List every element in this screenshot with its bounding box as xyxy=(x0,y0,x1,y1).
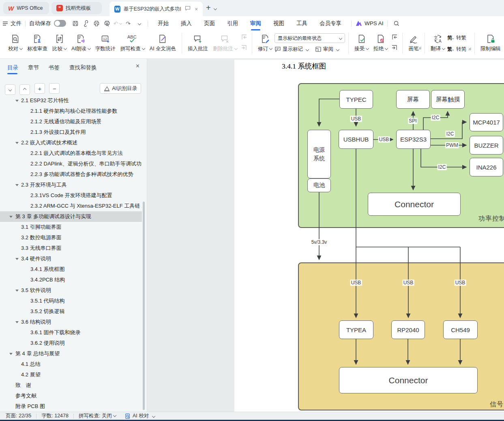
search-icon[interactable] xyxy=(391,19,402,28)
toc-item[interactable]: 2.2.3 多功能调试器整合多种调试技术的优势 xyxy=(0,169,142,180)
sidebar-tab-3[interactable]: 书签 xyxy=(49,64,60,74)
toc-item[interactable]: 3.5.1 代码结构 xyxy=(0,296,142,306)
tab-docer-templates[interactable]: ❞ 找稻壳模板 xyxy=(51,2,102,14)
compare-button[interactable]: 比较 xyxy=(50,30,69,52)
toc-item[interactable]: 致 谢 xyxy=(0,380,142,391)
menu-tab-3[interactable]: 页面 xyxy=(204,16,215,30)
previous-change-icon[interactable] xyxy=(390,34,399,41)
collapse-arrow-icon[interactable] xyxy=(9,216,13,218)
toc-item[interactable]: 2.3.2 ARM-GCC 与 Xtensa-ESP32-ELF 工具链 ... xyxy=(0,201,142,211)
spell-check-status[interactable]: 拼写检查: 关闭 xyxy=(79,412,116,419)
collapse-arrow-icon[interactable] xyxy=(15,321,19,323)
new-tab-chevron-icon[interactable] xyxy=(213,7,217,10)
ai-read-aloud-button[interactable]: AI朗读 xyxy=(69,30,93,52)
toc-item[interactable]: 4.1 总结 xyxy=(0,359,142,369)
accept-button[interactable]: 接受 xyxy=(352,30,371,52)
page-indicator[interactable]: 页面: 22/35 xyxy=(6,412,31,419)
toc-item[interactable]: 3.5.2 切换逻辑 xyxy=(0,306,142,317)
toc-item[interactable]: 3.5 软件说明 xyxy=(0,285,142,296)
toc-item[interactable]: 第 3 章 多功能调试器设计与实现 xyxy=(0,211,142,222)
menu-tab-2[interactable]: 插入 xyxy=(181,16,192,30)
toc-item[interactable]: 2.1.1 硬件架构与核心处理器性能参数 xyxy=(0,106,142,116)
toc-item[interactable]: 4.2 展望 xyxy=(0,369,142,380)
collapse-arrow-icon[interactable] xyxy=(15,142,19,144)
save-icon[interactable] xyxy=(70,19,81,28)
export-pdf-icon[interactable] xyxy=(81,19,91,28)
sidebar-tab-2[interactable]: 章节 xyxy=(28,64,39,74)
collapse-arrow-icon[interactable] xyxy=(15,258,19,260)
wps-ai-menu[interactable]: WPS AI xyxy=(355,20,384,26)
collapse-arrow-icon[interactable] xyxy=(15,184,19,186)
sidebar-tab-4[interactable]: 查找和替换 xyxy=(69,64,97,74)
zoom-in-level-button[interactable]: + xyxy=(34,83,45,94)
toc-item[interactable]: 3.1 引脚功能界面 xyxy=(0,222,142,232)
menu-tab-7[interactable]: 工具 xyxy=(296,16,307,30)
toc-item[interactable]: 3.4 硬件说明 xyxy=(0,253,142,264)
sidebar-scrollbar-thumb[interactable] xyxy=(143,202,145,410)
standard-review-button[interactable]: 标准审查 xyxy=(25,30,50,52)
chat-bubble-icon[interactable] xyxy=(185,6,191,12)
menu-tab-4[interactable]: 引用 xyxy=(227,16,238,30)
markup-state-select[interactable]: 显示标记的最终状态 xyxy=(275,33,345,43)
toc-item[interactable]: 2.3 开发环境与工具 xyxy=(0,180,142,190)
toc-item[interactable]: 3.4.1 系统框图 xyxy=(0,264,142,275)
redo-icon[interactable]: ↷ xyxy=(123,19,133,28)
collapse-arrow-icon[interactable] xyxy=(15,100,19,102)
word-count-indicator[interactable]: 字数: 12478 xyxy=(41,412,69,419)
collapse-all-button[interactable] xyxy=(19,84,30,95)
word-count-button[interactable]: 12 字数统计 xyxy=(93,30,118,52)
file-menu[interactable]: 文件 xyxy=(0,19,21,28)
menu-tab-5[interactable]: 审阅 xyxy=(250,16,261,30)
print-icon[interactable] xyxy=(91,19,102,28)
toc-item[interactable]: 附录 PCB 图 xyxy=(0,401,142,412)
track-changes-button[interactable]: 修订 xyxy=(255,30,275,53)
tab-active-document[interactable]: W 基于ESP32的嵌入式多功能调 × xyxy=(109,2,203,16)
collapse-arrow-icon[interactable] xyxy=(9,353,13,355)
show-markup-button[interactable]: 显示标记 xyxy=(275,46,309,53)
zoom-out-level-button[interactable]: − xyxy=(49,83,60,94)
toc-item[interactable]: 3.6.2 使用说明 xyxy=(0,338,142,348)
tab-wps-office[interactable]: W WPS Office xyxy=(3,2,49,14)
toc-item[interactable]: 3.6.1 固件下载和烧录 xyxy=(0,327,142,338)
restrict-editing-button[interactable]: 限制编辑 xyxy=(478,30,503,52)
toc-item[interactable]: 2.1 ESP32 芯片特性 xyxy=(0,97,142,106)
toc-item[interactable]: 2.1.3 外设接口及其作用 xyxy=(0,127,142,137)
toc-item[interactable]: 2.3.1VS Code 开发环境搭建与配置 xyxy=(0,190,142,201)
proofread-button[interactable]: 校对 xyxy=(6,30,25,52)
new-tab-button[interactable]: + xyxy=(206,3,217,13)
ai-polish-button[interactable]: AI 全文润色 xyxy=(147,30,178,52)
toc-item[interactable]: 3.4.2PCB 结构 xyxy=(0,275,142,285)
ai-proofread-status[interactable]: AI 校对 xyxy=(125,412,155,419)
to-simplified-button[interactable]: 繁→ 转简 xyxy=(447,45,466,53)
toc-item[interactable]: 3.6 结构说明 xyxy=(0,317,142,327)
menu-tab-6[interactable]: 视图 xyxy=(273,16,284,30)
sidebar-tab-1[interactable]: 目录 xyxy=(7,64,18,74)
to-traditional-button[interactable]: 简→ 转繁 xyxy=(447,34,466,41)
autosave-toggle[interactable] xyxy=(54,20,66,27)
toc-item[interactable]: 第 4 章 总结与展望 xyxy=(0,348,142,359)
ai-recognize-toc-button[interactable]: AI识别目录 xyxy=(100,83,141,94)
toc-item[interactable]: 3.3 无线串口界面 xyxy=(0,243,142,253)
document-page[interactable]: 3.4.1 系统框图 xyxy=(234,60,504,412)
menu-tab-1[interactable]: 开始 xyxy=(158,16,169,30)
toc-item[interactable]: 2.2.2 DAPlink、逻辑分析仪、串口助手等调试功 ... xyxy=(0,159,142,169)
toc-item[interactable]: 2.1.2 无线通信功能及应用场景 xyxy=(0,116,142,127)
insert-comment-button[interactable]: 插入批注 xyxy=(185,30,210,52)
collapse-arrow-icon[interactable] xyxy=(15,290,19,292)
toc-item[interactable]: 3.2 数控电源界面 xyxy=(0,232,142,243)
print-preview-icon[interactable] xyxy=(102,19,112,28)
toc-item[interactable]: 2.2 嵌入式调试技术概述 xyxy=(0,137,142,148)
toc-item[interactable]: 2.2.1 嵌入式调试的基本概念与常见方法 xyxy=(0,148,142,159)
next-change-icon[interactable] xyxy=(390,44,399,52)
group-expand-icon[interactable] xyxy=(418,44,421,51)
translate-button[interactable]: 文A 翻译 xyxy=(428,30,447,53)
menu-tab-8[interactable]: 会员专享 xyxy=(320,16,341,30)
group-expand-icon[interactable] xyxy=(468,45,471,52)
toc-item[interactable]: 参考文献 xyxy=(0,391,142,401)
spell-check-button[interactable]: ABC 拼写检查 xyxy=(118,30,147,52)
review-pane-button[interactable]: 审阅 xyxy=(315,46,339,53)
expand-all-button[interactable] xyxy=(5,84,15,95)
reject-button[interactable]: 拒绝 xyxy=(371,30,390,52)
close-tab-icon[interactable]: × xyxy=(195,6,198,12)
sidebar-close-icon[interactable]: × xyxy=(136,62,139,70)
